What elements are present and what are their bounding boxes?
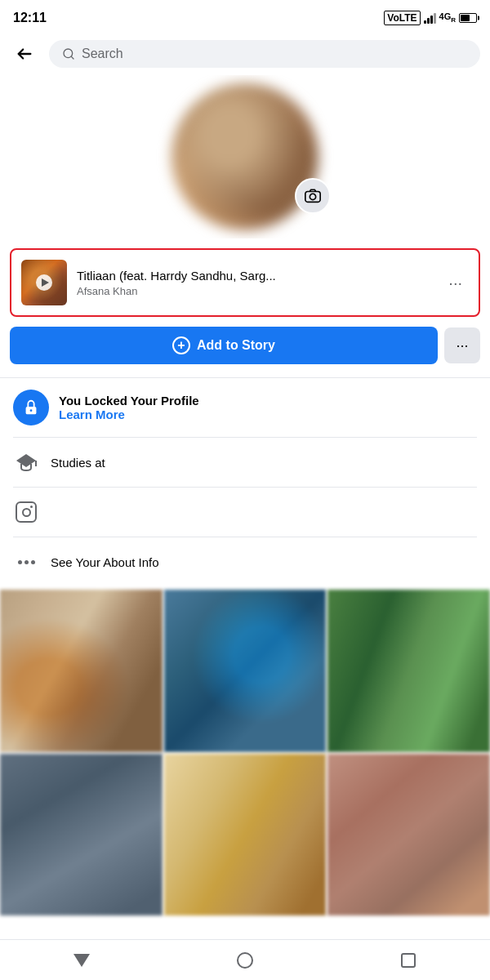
photo-cell-5[interactable] xyxy=(164,754,327,916)
add-icon: + xyxy=(172,336,190,354)
about-info-text: See Your About Info xyxy=(51,555,159,569)
photo-cell-1[interactable] xyxy=(0,590,163,752)
photo-cell-6[interactable] xyxy=(327,754,490,916)
graduation-cap-icon xyxy=(13,449,39,475)
photo-grid xyxy=(0,590,490,915)
nav-recents-button[interactable] xyxy=(388,944,429,977)
status-icons: VoLTE 4GR xyxy=(384,11,477,25)
music-more-options[interactable]: ··· xyxy=(442,270,469,296)
svg-point-2 xyxy=(310,194,315,199)
nav-back-button[interactable] xyxy=(61,944,102,977)
photo-cell-4[interactable] xyxy=(0,754,163,916)
add-to-story-label: Add to Story xyxy=(197,338,275,353)
back-button[interactable] xyxy=(10,39,39,69)
nav-home-button[interactable] xyxy=(225,944,265,977)
search-placeholder: Search xyxy=(82,47,123,61)
svg-marker-5 xyxy=(16,454,36,467)
search-icon xyxy=(62,47,75,60)
instagram-icon xyxy=(13,499,39,525)
music-artist: Afsana Khan xyxy=(77,285,432,297)
search-box[interactable]: Search xyxy=(49,40,480,68)
lock-circle xyxy=(13,390,49,425)
profile-locked-section: You Locked Your Profile Learn More xyxy=(0,377,490,437)
action-row: + Add to Story ··· xyxy=(0,327,490,377)
profile-picture-area xyxy=(0,75,490,238)
nav-bar xyxy=(0,939,490,980)
play-icon xyxy=(36,274,52,291)
status-bar: 12:11 VoLTE 4GR xyxy=(0,0,490,33)
music-info: Titliaan (feat. Harrdy Sandhu, Sarg... A… xyxy=(77,268,432,298)
photo-cell-3[interactable] xyxy=(327,590,490,752)
studies-info-item: Studies at xyxy=(0,438,490,487)
lock-icon xyxy=(22,399,40,416)
learn-more-link[interactable]: Learn More xyxy=(59,408,199,421)
about-info-item[interactable]: See Your About Info xyxy=(0,537,490,586)
music-card[interactable]: Titliaan (feat. Harrdy Sandhu, Sarg... A… xyxy=(10,248,480,317)
about-dots-icon xyxy=(13,549,39,575)
network-type: 4GR xyxy=(439,11,456,24)
battery-icon xyxy=(459,13,477,23)
svg-point-4 xyxy=(30,409,33,412)
more-options-button[interactable]: ··· xyxy=(444,327,480,363)
locked-text: You Locked Your Profile Learn More xyxy=(59,394,199,421)
locked-title: You Locked Your Profile xyxy=(59,394,199,408)
instagram-info-item xyxy=(0,488,490,537)
search-bar-row: Search xyxy=(0,33,490,75)
music-title: Titliaan (feat. Harrdy Sandhu, Sarg... xyxy=(77,268,432,284)
volte-indicator: VoLTE xyxy=(384,11,420,25)
studies-text: Studies at xyxy=(51,456,105,470)
camera-button[interactable] xyxy=(295,178,331,214)
photo-cell-2[interactable] xyxy=(164,590,327,752)
status-time: 12:11 xyxy=(13,11,47,25)
signal-icon xyxy=(424,12,436,24)
profile-picture xyxy=(172,83,318,230)
music-thumbnail xyxy=(21,260,67,305)
add-to-story-button[interactable]: + Add to Story xyxy=(10,327,438,364)
